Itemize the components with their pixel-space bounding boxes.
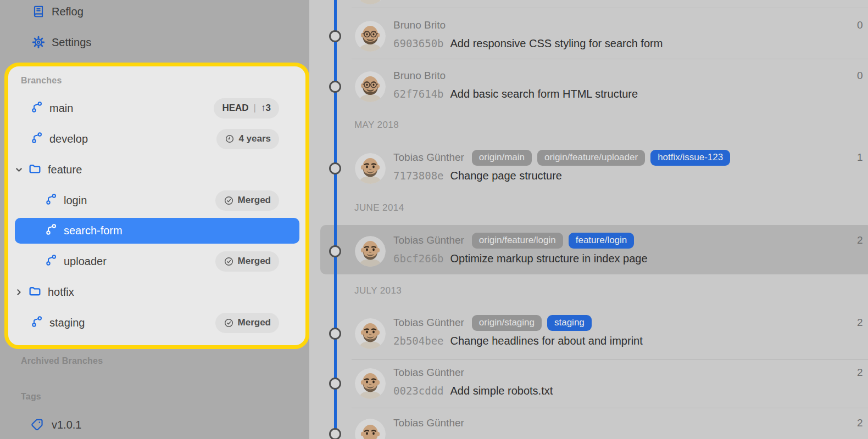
tags-section-title: Tags bbox=[21, 392, 41, 402]
reflog-book-icon bbox=[31, 4, 46, 19]
merged-badge-text: Merged bbox=[238, 195, 271, 206]
git-branch-icon bbox=[30, 315, 43, 330]
folder-label: feature bbox=[48, 164, 82, 176]
git-branch-icon bbox=[30, 131, 43, 147]
commit-row[interactable]: Tobias Günther 0023cddd Add simple robot… bbox=[355, 365, 868, 402]
folder-label: hotfix bbox=[48, 286, 74, 299]
branch-label: main bbox=[49, 102, 73, 115]
branch-folder-feature[interactable]: feature bbox=[8, 156, 305, 183]
commit-row[interactable]: Bruno Brito 6903650b Add responsive CSS … bbox=[355, 18, 868, 54]
commit-message: Optimize markup structure in index page bbox=[450, 252, 648, 265]
sidebar-item-label: Reflog bbox=[52, 5, 84, 18]
commit-message: Add responsive CSS styling for search fo… bbox=[450, 37, 663, 50]
branch-label: staging bbox=[49, 317, 85, 329]
branch-label: uploader bbox=[64, 255, 107, 268]
commit-row[interactable]: Bruno Brito 62f7614b Add basic search fo… bbox=[355, 69, 868, 105]
ref-badge-remote[interactable]: origin/staging bbox=[472, 315, 542, 331]
tag-icon bbox=[30, 417, 45, 432]
commit-message: Add basic search form HTML structure bbox=[450, 88, 638, 100]
commit-row[interactable]: Tobias Günther origin/main origin/featur… bbox=[355, 150, 868, 187]
commit-date-truncated: 2 bbox=[857, 365, 863, 380]
sidebar: Reflog Settings Branches bbox=[0, 0, 309, 439]
commit-message: Add simple robots.txt bbox=[450, 385, 553, 397]
branch-label: develop bbox=[49, 133, 88, 145]
check-circle-icon bbox=[224, 318, 234, 328]
commit-author: Tobias Günther bbox=[393, 317, 464, 329]
chevron-right-icon[interactable] bbox=[14, 288, 24, 297]
branch-item-staging[interactable]: staging Merged bbox=[8, 309, 305, 336]
branches-section-title: Branches bbox=[21, 76, 62, 86]
ref-badges: origin/feature/login feature/login bbox=[472, 233, 634, 249]
commit-hash: 2b504bee bbox=[393, 335, 444, 347]
commit-message: Change headlines for about and imprint bbox=[450, 335, 643, 347]
sidebar-item-settings[interactable]: Settings bbox=[0, 30, 309, 54]
branch-item-login[interactable]: login Merged bbox=[8, 187, 305, 213]
commit-hash: 6903650b bbox=[393, 37, 444, 49]
commit-hash: 7173808e bbox=[393, 170, 444, 182]
archived-branches-section-title: Archived Branches bbox=[21, 356, 103, 366]
avatar-partial-top bbox=[355, 0, 386, 4]
commit-hash: 62f7614b bbox=[393, 88, 444, 100]
row-divider bbox=[352, 359, 868, 360]
merged-badge: Merged bbox=[215, 190, 279, 211]
branch-item-main[interactable]: main HEAD | ↑3 bbox=[8, 95, 305, 121]
branch-folder-hotfix[interactable]: hotfix bbox=[8, 279, 305, 305]
row-divider bbox=[352, 408, 868, 408]
commit-author: Tobias Günther bbox=[393, 367, 464, 379]
chevron-down-icon[interactable] bbox=[14, 165, 24, 175]
branch-item-search-form[interactable]: search-form bbox=[8, 217, 305, 244]
git-branch-icon bbox=[44, 223, 58, 238]
branch-item-develop[interactable]: develop 4 years bbox=[8, 126, 305, 152]
commit-author: Tobias Günther bbox=[393, 151, 464, 164]
branch-label: search-form bbox=[64, 224, 123, 237]
git-branch-icon bbox=[44, 193, 58, 208]
time-badge-text: 4 years bbox=[238, 133, 271, 144]
ref-badge-remote[interactable]: origin/feature/login bbox=[472, 233, 563, 249]
branch-item-uploader[interactable]: uploader Merged bbox=[8, 248, 305, 274]
commit-row-selected[interactable]: Tobias Günther origin/feature/login feat… bbox=[355, 233, 868, 269]
ahead-count: ↑3 bbox=[261, 103, 271, 114]
commit-author: Tobias Günther bbox=[393, 234, 464, 246]
git-branch-icon bbox=[30, 100, 43, 116]
date-group-header: JUNE 2014 bbox=[354, 202, 404, 213]
avatar-tobias-guenther bbox=[355, 368, 386, 399]
commit-history-list[interactable]: MAY 2018 JUNE 2014 JULY 2013 bbox=[309, 0, 868, 439]
commit-row[interactable]: Tobias Günther origin/staging staging 2b… bbox=[355, 316, 868, 352]
gear-icon bbox=[31, 35, 46, 50]
commit-node bbox=[329, 328, 341, 340]
check-circle-icon bbox=[224, 195, 234, 206]
head-badge-separator: | bbox=[253, 103, 257, 114]
commit-date-truncated: 0 bbox=[857, 18, 863, 32]
folder-icon bbox=[28, 162, 42, 178]
avatar-tobias-guenther bbox=[355, 153, 386, 184]
clock-icon bbox=[225, 134, 235, 144]
commit-node bbox=[329, 378, 341, 390]
ref-badge-remote[interactable]: origin/main bbox=[472, 150, 532, 166]
tag-item-v101[interactable]: v1.0.1 bbox=[0, 413, 309, 437]
ref-badges: origin/staging staging bbox=[472, 315, 592, 331]
merged-badge: Merged bbox=[215, 251, 279, 272]
commit-node bbox=[329, 81, 341, 93]
ref-badge-local[interactable]: hotfix/issue-123 bbox=[650, 150, 730, 166]
avatar-bruno-brito bbox=[355, 21, 386, 52]
commit-author: Bruno Brito bbox=[393, 19, 446, 31]
commit-row[interactable]: Tobias Günther 2 bbox=[355, 416, 868, 439]
merged-badge: Merged bbox=[215, 313, 279, 333]
ref-badge-local[interactable]: feature/login bbox=[569, 233, 635, 249]
commit-date-truncated: 2 bbox=[857, 416, 863, 430]
commit-node bbox=[329, 30, 341, 42]
tag-label: v1.0.1 bbox=[52, 419, 81, 431]
commit-date-truncated: 1 bbox=[857, 150, 863, 165]
avatar-tobias-guenther bbox=[355, 419, 386, 439]
git-client-window: Reflog Settings Branches bbox=[0, 0, 868, 439]
check-circle-icon bbox=[224, 256, 234, 267]
sidebar-item-reflog[interactable]: Reflog bbox=[0, 0, 309, 23]
branch-label: login bbox=[64, 194, 87, 207]
git-branch-icon bbox=[44, 254, 58, 269]
commit-node bbox=[329, 245, 341, 257]
ref-badge-local[interactable]: staging bbox=[547, 315, 592, 331]
commit-message: Change page structure bbox=[450, 170, 562, 182]
avatar-tobias-guenther bbox=[355, 318, 386, 349]
ref-badge-remote[interactable]: origin/feature/uploader bbox=[537, 150, 645, 166]
row-divider bbox=[352, 8, 868, 8]
